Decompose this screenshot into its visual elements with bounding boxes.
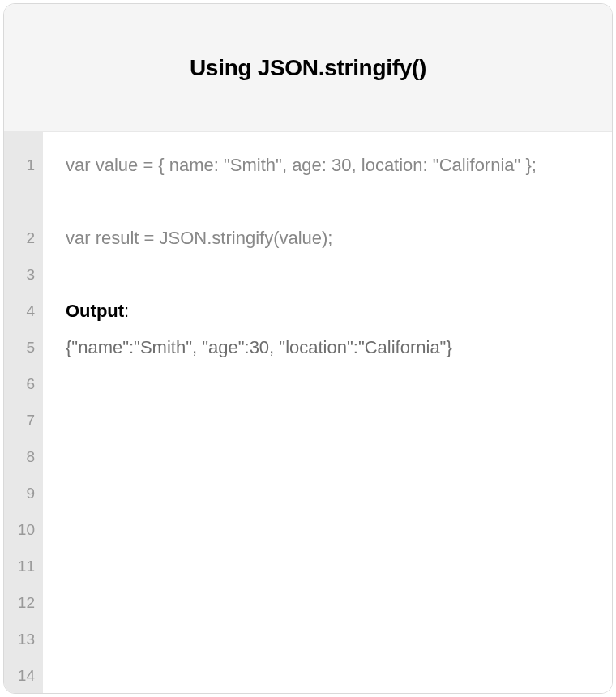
line-number-gutter: 1 2 3 4 5 6 7 8 9 10 11 12 13 14 15 [4,132,43,693]
output-colon: : [124,301,129,321]
code-content: var value = { name: "Smith", age: 30, lo… [43,132,612,693]
page-title: Using JSON.stringify() [190,55,426,81]
line-number: 2 [4,220,43,256]
code-line-5: {"name":"Smith", "age":30, "location":"C… [66,329,589,366]
code-line-2: var result = JSON.stringify(value); [66,220,589,256]
line-number: 6 [4,366,43,402]
header: Using JSON.stringify() [4,4,612,132]
line-number: 5 [4,329,43,366]
line-number: 3 [4,256,43,293]
line-number: 1 [4,147,43,183]
line-number: 9 [4,475,43,511]
editor-area: 1 2 3 4 5 6 7 8 9 10 11 12 13 14 15 var … [4,132,612,693]
line-number: 7 [4,402,43,438]
code-snippet-card: Using JSON.stringify() 1 2 3 4 5 6 7 8 9… [3,3,613,694]
line-number: 11 [4,548,43,584]
line-number: 8 [4,438,43,475]
line-number: 12 [4,584,43,621]
line-number: 4 [4,293,43,329]
output-label: Output [66,301,124,321]
line-number: 14 [4,657,43,694]
code-line-3 [66,256,589,293]
code-line-1: var value = { name: "Smith", age: 30, lo… [66,147,589,220]
line-number: 10 [4,511,43,548]
code-line-4: Output: [66,293,589,329]
line-number: 13 [4,621,43,657]
